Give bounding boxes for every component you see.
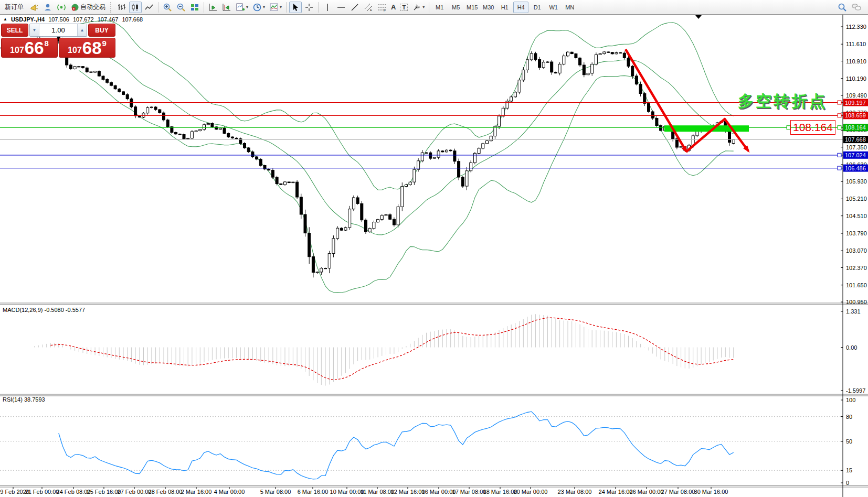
price-callout-label[interactable]: 108.164 — [790, 120, 835, 135]
chart-shift-icon[interactable] — [220, 2, 233, 13]
cursor-icon[interactable] — [289, 2, 302, 13]
svg-text:20 Mar 00:00: 20 Mar 00:00 — [514, 489, 548, 495]
autotrading-button[interactable]: 自动交易 — [69, 2, 109, 13]
timeframe-m15[interactable]: M15 — [464, 2, 480, 13]
svg-text:17 Mar 08:00: 17 Mar 08:00 — [452, 489, 486, 495]
svg-text:107.024: 107.024 — [845, 152, 866, 158]
channel-letter: E — [370, 8, 372, 12]
svg-text:-1.5997: -1.5997 — [846, 387, 865, 394]
toolbar-separator — [158, 2, 158, 13]
time-axis: 19 Feb 202021 Feb 00:0024 Feb 08:0025 Fe… — [0, 487, 728, 495]
horizontal-line-tool-icon[interactable] — [335, 2, 347, 13]
megaphone-icon[interactable] — [28, 2, 40, 13]
sell-price-box[interactable]: 107 66 8 — [1, 38, 58, 58]
buy-price-big: 68 — [82, 40, 102, 56]
timeframe-h4[interactable]: H4 — [513, 2, 528, 13]
bar-chart-icon[interactable] — [115, 2, 128, 13]
chart-canvas[interactable]: 112.330111.610110.910110.190109.490108.7… — [0, 0, 868, 497]
svg-text:102.370: 102.370 — [846, 265, 867, 271]
ohlc-close: 107.668 — [122, 16, 143, 23]
chevron-down-icon: ▾ — [246, 5, 248, 9]
rsi-gridlines — [0, 417, 843, 471]
svg-text:103.070: 103.070 — [846, 247, 867, 254]
indicators-button[interactable]: ▾ — [268, 2, 283, 13]
crosshair-icon[interactable] — [303, 2, 315, 13]
candlestick-chart-icon[interactable] — [129, 2, 142, 13]
volume-decrease-button[interactable]: ▼ — [30, 24, 39, 36]
ohlc-high: 107.672 — [73, 16, 94, 23]
svg-text:110.190: 110.190 — [846, 75, 866, 82]
svg-text:16 Mar 00:00: 16 Mar 00:00 — [422, 489, 456, 495]
svg-text:100: 100 — [846, 397, 855, 403]
sell-price-small: 107 — [10, 46, 24, 55]
one-click-trading-panel: SELL ▼ 1.00 ▲ BUY 107 66 8 107 68 9 — [1, 24, 115, 58]
volume-increase-button[interactable]: ▲ — [77, 24, 87, 36]
sell-price-sup: 8 — [45, 39, 49, 48]
auto-scroll-icon[interactable] — [207, 2, 219, 13]
text-tool-icon[interactable]: A — [389, 2, 397, 13]
svg-text:105.930: 105.930 — [846, 178, 867, 185]
svg-text:111.610: 111.610 — [846, 41, 866, 47]
volume-input[interactable]: 1.00 — [39, 24, 77, 36]
timeframe-w1[interactable]: W1 — [546, 2, 561, 13]
line-chart-icon[interactable] — [143, 2, 155, 13]
channel-tool-icon[interactable]: E — [362, 2, 375, 13]
chart-shift-marker — [695, 15, 702, 19]
annotation-text[interactable]: 多空转折点 — [738, 91, 827, 112]
chevron-down-icon: ▾ — [263, 5, 265, 9]
svg-text:1.331: 1.331 — [846, 308, 861, 315]
toolbar-separator — [318, 2, 319, 13]
ohlc-open: 107.506 — [48, 16, 69, 23]
zoom-in-icon[interactable] — [161, 2, 174, 13]
support-zone — [664, 125, 749, 132]
buy-price-box[interactable]: 107 68 9 — [59, 38, 115, 58]
symbol-title: USDJPY-,H4 — [11, 16, 45, 23]
timeframe-d1[interactable]: D1 — [530, 2, 545, 13]
timeframe-m5[interactable]: M5 — [448, 2, 463, 13]
sell-button[interactable]: SELL — [1, 24, 28, 37]
new-order-label: 新订单 — [5, 3, 24, 12]
timeframe-h1[interactable]: H1 — [497, 2, 512, 13]
tile-windows-icon[interactable] — [188, 2, 201, 13]
community-icon[interactable] — [41, 2, 54, 13]
search-icon[interactable] — [836, 2, 849, 13]
svg-text:11 Mar 08:00: 11 Mar 08:00 — [361, 489, 394, 495]
trendline-tool-icon[interactable] — [348, 2, 361, 13]
bollinger-bands — [79, 20, 733, 292]
period-clock-button[interactable]: ▾ — [251, 2, 267, 13]
rsi-line — [59, 412, 734, 479]
collapse-arrow-icon[interactable]: ▲ — [3, 17, 7, 23]
svg-text:0: 0 — [846, 480, 849, 486]
new-order-button[interactable]: 新订单 — [3, 2, 27, 13]
macd-pane-label: MACD(12,26,9) -0.5080 -0.5577 — [3, 307, 85, 313]
svg-text:25 Feb 16:00: 25 Feb 16:00 — [87, 489, 121, 495]
zoom-out-icon[interactable] — [175, 2, 187, 13]
timeframe-m30[interactable]: M30 — [481, 2, 496, 13]
signal-icon[interactable] — [55, 2, 68, 13]
svg-text:108.659: 108.659 — [845, 112, 866, 118]
svg-text:15: 15 — [846, 467, 852, 473]
buy-price-sup: 9 — [102, 39, 107, 48]
svg-text:50: 50 — [846, 438, 852, 445]
arrows-tool-button[interactable]: ▾ — [410, 2, 426, 13]
toolbar-grip — [110, 2, 113, 13]
svg-text:100.950: 100.950 — [846, 299, 867, 305]
timeframe-mn[interactable]: MN — [562, 2, 577, 13]
timeframe-group: M1M5M15M30H1H4D1W1MN — [431, 2, 578, 13]
toolbar-separator — [429, 2, 429, 13]
timeframe-m1[interactable]: M1 — [432, 2, 447, 13]
svg-text:106.486: 106.486 — [845, 165, 866, 171]
fibonacci-tool-icon[interactable]: F — [376, 2, 388, 13]
svg-text:30 Mar 16:00: 30 Mar 16:00 — [694, 489, 728, 495]
svg-text:0.00: 0.00 — [846, 344, 857, 351]
macd-histogram — [35, 314, 734, 385]
ohlc-low: 107.467 — [98, 16, 119, 23]
buy-button[interactable]: BUY — [88, 24, 115, 37]
chat-icon[interactable] — [850, 2, 863, 13]
new-chart-button[interactable]: ▾ — [234, 2, 250, 13]
vertical-line-tool-icon[interactable] — [321, 2, 334, 13]
svg-text:108.164: 108.164 — [845, 124, 866, 131]
text-label-tool-icon[interactable]: T — [398, 2, 409, 13]
svg-text:80: 80 — [846, 414, 852, 420]
fibo-letter: F — [384, 9, 386, 12]
